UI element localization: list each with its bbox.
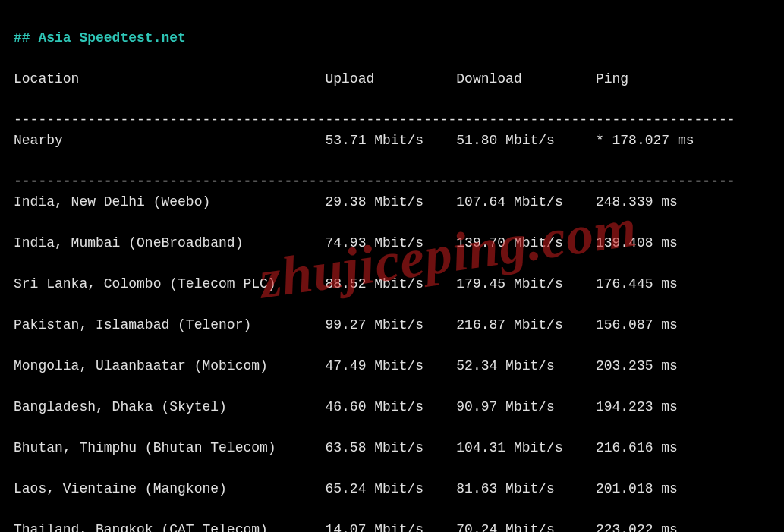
terminal-output: ## Asia Speedtest.net LocationUploadDown… [0, 0, 784, 532]
cell-ping: 194.223 ms [596, 397, 678, 417]
header-location: Location [14, 69, 325, 90]
nearby-upload: 53.71 Mbit/s [325, 131, 456, 151]
nearby-row: Nearby53.71 Mbit/s51.80 Mbit/s* 178.027 … [14, 131, 770, 151]
cell-location: Bhutan, Thimphu (Bhutan Telecom) [14, 438, 325, 458]
cell-upload: 29.38 Mbit/s [325, 192, 456, 212]
data-rows: India, New Delhi (Weebo)29.38 Mbit/s107.… [14, 192, 770, 532]
cell-upload: 65.24 Mbit/s [325, 479, 456, 499]
cell-ping: 201.018 ms [596, 479, 678, 499]
cell-ping: 248.339 ms [596, 192, 678, 212]
cell-upload: 74.93 Mbit/s [325, 233, 456, 253]
cell-upload: 14.07 Mbit/s [325, 520, 456, 532]
cell-upload: 88.52 Mbit/s [325, 274, 456, 294]
cell-download: 216.87 Mbit/s [456, 315, 596, 335]
cell-location: Sri Lanka, Colombo (Telecom PLC) [14, 274, 325, 294]
cell-download: 81.63 Mbit/s [456, 479, 596, 499]
cell-location: Thailand, Bangkok (CAT Telecom) [14, 520, 325, 532]
cell-upload: 46.60 Mbit/s [325, 397, 456, 417]
divider: ----------------------------------------… [14, 112, 735, 127]
table-row: Thailand, Bangkok (CAT Telecom)14.07 Mbi… [14, 520, 770, 532]
cell-location: Mongolia, Ulaanbaatar (Mobicom) [14, 356, 325, 376]
cell-download: 139.70 Mbit/s [456, 233, 596, 253]
header-upload: Upload [325, 69, 456, 90]
cell-location: India, New Delhi (Weebo) [14, 192, 325, 212]
cell-download: 90.97 Mbit/s [456, 397, 596, 417]
cell-upload: 63.58 Mbit/s [325, 438, 456, 458]
table-row: India, New Delhi (Weebo)29.38 Mbit/s107.… [14, 192, 770, 212]
table-row: Laos, Vientaine (Mangkone)65.24 Mbit/s81… [14, 479, 770, 499]
cell-ping: 139.408 ms [596, 233, 678, 253]
cell-ping: 203.235 ms [596, 356, 678, 376]
cell-ping: 156.087 ms [596, 315, 678, 335]
divider: ----------------------------------------… [14, 174, 735, 189]
cell-ping: 223.022 ms [596, 520, 678, 532]
cell-upload: 47.49 Mbit/s [325, 356, 456, 376]
cell-location: Pakistan, Islamabad (Telenor) [14, 315, 325, 335]
cell-download: 107.64 Mbit/s [456, 192, 596, 212]
table-row: India, Mumbai (OneBroadband)74.93 Mbit/s… [14, 233, 770, 253]
nearby-ping: * 178.027 ms [596, 131, 694, 151]
cell-location: Bangladesh, Dhaka (Skytel) [14, 397, 325, 417]
table-header: LocationUploadDownloadPing [14, 69, 770, 90]
header-ping: Ping [596, 69, 628, 90]
cell-location: India, Mumbai (OneBroadband) [14, 233, 325, 253]
table-row: Bhutan, Thimphu (Bhutan Telecom)63.58 Mb… [14, 438, 770, 458]
table-row: Mongolia, Ulaanbaatar (Mobicom)47.49 Mbi… [14, 356, 770, 376]
table-row: Sri Lanka, Colombo (Telecom PLC)88.52 Mb… [14, 274, 770, 294]
section-title: ## Asia Speedtest.net [14, 30, 186, 46]
header-download: Download [456, 69, 596, 90]
table-row: Bangladesh, Dhaka (Skytel)46.60 Mbit/s90… [14, 397, 770, 417]
cell-ping: 176.445 ms [596, 274, 678, 294]
cell-download: 70.24 Mbit/s [456, 520, 596, 532]
nearby-download: 51.80 Mbit/s [456, 131, 596, 151]
cell-download: 179.45 Mbit/s [456, 274, 596, 294]
cell-download: 52.34 Mbit/s [456, 356, 596, 376]
cell-location: Laos, Vientaine (Mangkone) [14, 479, 325, 499]
cell-download: 104.31 Mbit/s [456, 438, 596, 458]
cell-ping: 216.616 ms [596, 438, 678, 458]
nearby-location: Nearby [14, 131, 325, 151]
table-row: Pakistan, Islamabad (Telenor)99.27 Mbit/… [14, 315, 770, 335]
cell-upload: 99.27 Mbit/s [325, 315, 456, 335]
